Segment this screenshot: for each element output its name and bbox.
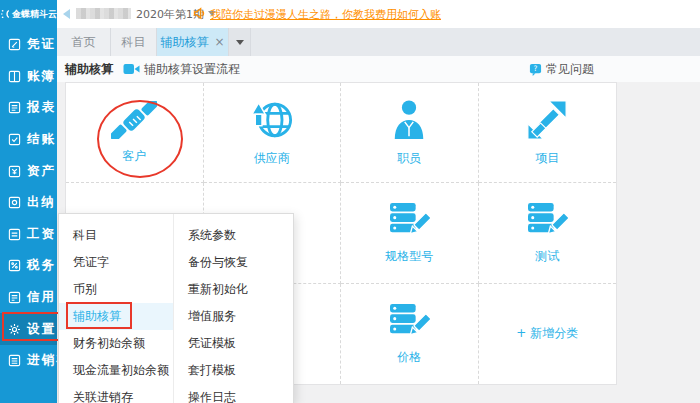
menu-item-currency[interactable]: 币别 <box>59 276 173 303</box>
globe-up-icon <box>250 99 294 141</box>
card-supplier[interactable]: 供应商 <box>204 83 342 183</box>
card-label: 项目 <box>535 150 559 167</box>
handshake-icon <box>111 101 157 139</box>
tab-home[interactable]: 首页 <box>57 28 111 56</box>
card-label: 规格型号 <box>385 248 433 265</box>
closing-icon <box>8 133 21 146</box>
sidebar-item-label: 税务 <box>27 257 56 274</box>
menu-item-aux-accounting[interactable]: 辅助核算 <box>59 303 173 330</box>
caret-down-icon <box>236 40 244 45</box>
database-pencil-icon <box>388 201 430 239</box>
menu-item-operation-log[interactable]: 操作日志 <box>174 384 293 403</box>
settings-dropdown-menu: 科目 凭证字 币别 辅助核算 财务初始余额 现金流量初始余额 关联进销存 系统参… <box>58 213 294 403</box>
sidebar-item-ledger[interactable]: 账簿 <box>0 61 57 93</box>
menu-column-2: 系统参数 备份与恢复 重新初始化 增值服务 凭证模板 套打模板 操作日志 <box>174 214 293 403</box>
card-label: 测试 <box>535 248 559 265</box>
card-spec-model[interactable]: 规格型号 <box>341 183 479 283</box>
credit-icon <box>8 291 21 304</box>
card-test[interactable]: 测试 <box>479 183 617 283</box>
sidebar-item-credit[interactable]: 信用 <box>0 282 57 314</box>
sidebar-item-label: 资产 <box>27 163 56 180</box>
video-icon <box>123 63 140 75</box>
setup-flow-label: 辅助核算设置流程 <box>144 61 240 78</box>
tab-subjects[interactable]: 科目 <box>111 28 157 56</box>
card-customer[interactable]: 客户 <box>66 83 204 183</box>
menu-item-reinitialize[interactable]: 重新初始化 <box>174 276 293 303</box>
top-bar: 金蝶精斗云 2020年第1期 我陪你走过漫漫人生之路，你教我费用如何入账 <box>0 0 700 28</box>
menu-item-cashflow-initial-balance[interactable]: 现金流量初始余额 <box>59 357 173 384</box>
tab-aux-accounting[interactable]: 辅助核算 × <box>157 28 229 56</box>
faq-label: 常见问题 <box>546 61 594 78</box>
sidebar-item-voucher[interactable]: 凭证 <box>0 29 57 61</box>
brand-name: 金蝶精斗云 <box>12 8 57 21</box>
app-window: 金蝶精斗云 2020年第1期 我陪你走过漫漫人生之路，你教我费用如何入账 凭证 … <box>0 0 700 403</box>
voucher-icon <box>8 38 21 51</box>
sidebar-collapse-icon[interactable] <box>63 9 70 19</box>
tax-icon <box>8 259 21 272</box>
cashier-icon <box>8 196 21 209</box>
menu-item-print-template[interactable]: 套打模板 <box>174 357 293 384</box>
tab-label: 辅助核算 <box>160 34 208 51</box>
menu-item-system-params[interactable]: 系统参数 <box>174 222 293 249</box>
announcement-link[interactable]: 我陪你走过漫漫人生之路，你教我费用如何入账 <box>210 7 441 22</box>
database-pencil-icon <box>388 302 430 340</box>
sidebar-item-label: 凭证 <box>27 36 56 53</box>
tab-list-dropdown[interactable] <box>229 28 251 56</box>
brand-logo: 金蝶精斗云 <box>0 0 57 28</box>
sidebar-item-label: 工资 <box>27 226 56 243</box>
asset-icon <box>8 165 21 178</box>
add-category-button[interactable]: + 新增分类 <box>516 325 578 342</box>
brand-logo-icon <box>1 6 10 22</box>
report-icon <box>8 101 21 114</box>
svg-text:?: ? <box>534 64 538 73</box>
menu-item-voucher-word[interactable]: 凭证字 <box>59 249 173 276</box>
faq-icon: ? <box>529 63 542 76</box>
tab-label: 科目 <box>122 34 146 51</box>
add-category-cell: + 新增分类 <box>479 284 617 384</box>
menu-item-link-inventory[interactable]: 关联进销存 <box>59 384 173 403</box>
database-pencil-icon <box>526 201 568 239</box>
gear-icon <box>8 323 21 336</box>
announcement-speaker-icon <box>193 7 206 23</box>
person-icon <box>390 99 428 141</box>
sidebar-item-label: 账簿 <box>27 68 56 85</box>
card-label: 价格 <box>397 349 421 366</box>
tab-close-icon[interactable]: × <box>214 35 224 49</box>
sidebar-item-label: 信用 <box>27 289 56 306</box>
page-title: 辅助核算 <box>65 61 113 78</box>
card-project[interactable]: 项目 <box>479 83 617 183</box>
menu-column-1: 科目 凭证字 币别 辅助核算 财务初始余额 现金流量初始余额 关联进销存 <box>59 214 174 403</box>
sidebar-item-label: 结账 <box>27 131 56 148</box>
card-label: 职员 <box>397 150 421 167</box>
faq-link[interactable]: ? 常见问题 <box>529 61 594 78</box>
inventory-icon <box>8 354 21 367</box>
sidebar-item-closing[interactable]: 结账 <box>0 124 57 156</box>
sidebar-item-label: 出纳 <box>27 194 56 211</box>
card-staff[interactable]: 职员 <box>341 83 479 183</box>
sidebar-item-settings[interactable]: 设置 <box>0 313 57 345</box>
menu-item-value-added-service[interactable]: 增值服务 <box>174 303 293 330</box>
company-name-masked <box>76 8 131 19</box>
arrows-icon <box>525 99 569 141</box>
sidebar-item-report[interactable]: 报表 <box>0 92 57 124</box>
sidebar-item-label: 报表 <box>27 99 56 116</box>
card-label: 供应商 <box>254 150 290 167</box>
setup-flow-link[interactable]: 辅助核算设置流程 <box>123 61 240 78</box>
ledger-icon <box>8 70 21 83</box>
sidebar-item-salary[interactable]: 工资 <box>0 219 57 251</box>
tab-bar: 首页 科目 辅助核算 × <box>57 28 700 56</box>
sidebar-item-label: 设置 <box>27 321 56 338</box>
sidebar-item-asset[interactable]: 资产 <box>0 155 57 187</box>
sidebar-item-tax[interactable]: 税务 <box>0 250 57 282</box>
menu-item-voucher-template[interactable]: 凭证模板 <box>174 330 293 357</box>
menu-item-finance-initial-balance[interactable]: 财务初始余额 <box>59 330 173 357</box>
tab-label: 首页 <box>72 34 96 51</box>
sidebar-item-cashier[interactable]: 出纳 <box>0 187 57 219</box>
card-price[interactable]: 价格 <box>341 284 479 384</box>
menu-item-subjects[interactable]: 科目 <box>59 222 173 249</box>
salary-icon <box>8 228 21 241</box>
content-header: 辅助核算 辅助核算设置流程 ? 常见问题 <box>57 56 700 82</box>
menu-item-backup-restore[interactable]: 备份与恢复 <box>174 249 293 276</box>
card-label: 客户 <box>122 148 146 165</box>
sidebar-item-inventory[interactable]: 进销存 <box>0 345 57 377</box>
